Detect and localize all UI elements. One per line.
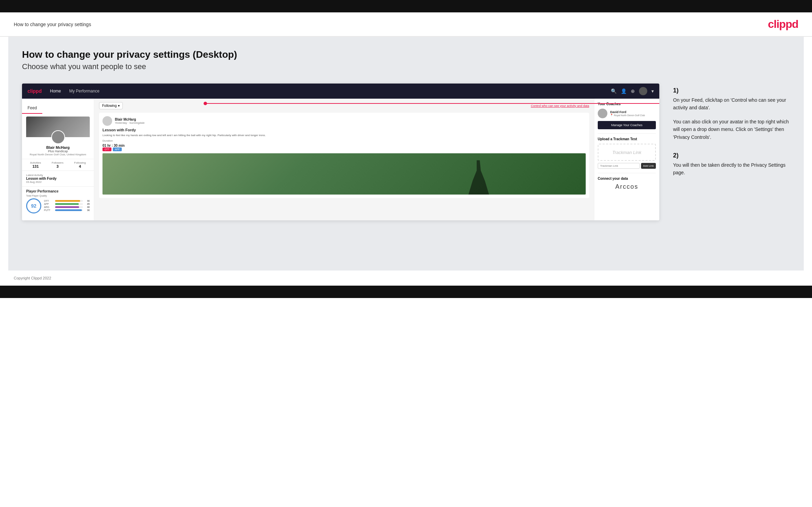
manage-coaches-button[interactable]: Manage Your Coaches xyxy=(598,121,656,129)
bar-ott-value: 90 xyxy=(84,200,90,202)
app-sidebar: Feed Blair McHarg Plus Handicap Royal No… xyxy=(22,99,94,220)
app-logo: clippd xyxy=(28,88,42,94)
person-icon[interactable]: 👤 xyxy=(621,88,627,94)
latest-activity: Latest Activity Lesson with Fordy 03 Aug… xyxy=(22,171,94,186)
content-columns: clippd Home My Performance 🔍 👤 ⊕ ▾ Feed xyxy=(22,84,790,220)
bar-putt-value: 96 xyxy=(84,209,90,211)
instructions-panel: 1) On your Feed, click/tap on 'Control w… xyxy=(673,84,790,188)
profile-name: Blair McHarg xyxy=(25,145,91,150)
latest-activity-name: Lesson with Fordy xyxy=(26,177,90,180)
bar-arg: ARG 86 xyxy=(44,206,90,208)
profile-club: Royal North Devon Golf Club, United King… xyxy=(25,153,91,156)
step-1-note: You can also click on your avatar in the… xyxy=(673,118,790,141)
coach-info: David Ford 📍 Royal North Devon Golf Club xyxy=(610,110,645,117)
bottom-bar xyxy=(0,286,812,298)
post-duration-value: 01 hr : 30 min xyxy=(102,144,586,147)
bar-app-value: 85 xyxy=(84,203,90,205)
nav-my-performance[interactable]: My Performance xyxy=(69,89,99,93)
bar-arg-fill xyxy=(55,206,79,208)
instruction-step-2: 2) You will then be taken directly to th… xyxy=(673,152,790,177)
quality-row: 92 OTT 90 xyxy=(26,198,90,213)
trackman-section-title: Upload a Trackman Test xyxy=(598,137,656,141)
stat-following-value: 4 xyxy=(74,164,86,168)
bar-arg-track xyxy=(55,206,83,208)
connect-section: Connect your data Arccos xyxy=(598,173,656,190)
post-avatar xyxy=(102,116,112,126)
coach-name: David Ford xyxy=(610,110,645,114)
top-bar xyxy=(0,0,812,12)
bar-putt-fill xyxy=(55,209,82,211)
player-performance-title: Player Performance xyxy=(26,189,90,193)
golf-silhouette xyxy=(468,160,489,195)
coaches-section: Your Coaches David Ford 📍 Royal North De… xyxy=(598,102,656,129)
quality-label: Total Player Quality xyxy=(26,195,90,197)
nav-home[interactable]: Home xyxy=(50,89,61,93)
post-tag-ott: OTT xyxy=(102,147,111,151)
post-image xyxy=(102,153,586,195)
quality-score: 92 xyxy=(26,198,41,213)
app-screenshot: clippd Home My Performance 🔍 👤 ⊕ ▾ Feed xyxy=(22,84,659,220)
step-1-text: On your Feed, click/tap on 'Control who … xyxy=(673,96,790,112)
post-duration-label: Duration xyxy=(102,139,586,142)
bar-app: APP 85 xyxy=(44,203,90,205)
control-privacy-link[interactable]: Control who can see your activity and da… xyxy=(531,104,589,108)
bar-ott: OTT 90 xyxy=(44,200,90,202)
profile-stats: Activities 131 Followers 3 Following 4 xyxy=(22,159,94,171)
location-icon[interactable]: ⊕ xyxy=(631,88,635,94)
arccos-logo: Arccos xyxy=(598,183,656,190)
stat-activities-label: Activities xyxy=(30,161,41,164)
following-chevron-icon: ▾ xyxy=(118,104,120,108)
instruction-step-1: 1) On your Feed, click/tap on 'Control w… xyxy=(673,87,790,141)
profile-avatar xyxy=(51,130,65,144)
site-header: How to change your privacy settings clip… xyxy=(0,12,812,37)
post-user-name: Blair McHarg xyxy=(115,118,144,121)
location-pin-icon: 📍 xyxy=(610,114,613,117)
feed-tab[interactable]: Feed xyxy=(22,103,42,114)
search-icon[interactable]: 🔍 xyxy=(611,88,617,94)
add-link-button[interactable]: Add Link xyxy=(641,163,656,169)
trackman-placeholder-text: Trackman Link xyxy=(612,150,641,155)
site-footer: Copyright Clippd 2022 xyxy=(0,271,812,286)
profile-avatar-wrap xyxy=(22,130,94,144)
post-header: Blair McHarg Yesterday · Sunningdale xyxy=(102,116,586,126)
copyright-text: Copyright Clippd 2022 xyxy=(14,276,51,280)
trackman-placeholder: Trackman Link xyxy=(598,144,656,161)
bar-putt-track xyxy=(55,209,83,211)
profile-info: Blair McHarg Plus Handicap Royal North D… xyxy=(22,144,94,159)
coaches-section-title: Your Coaches xyxy=(598,102,656,106)
bar-arg-label: ARG xyxy=(44,206,54,208)
stat-followers-label: Followers xyxy=(52,161,63,164)
feed-post: Blair McHarg Yesterday · Sunningdale Les… xyxy=(99,113,589,198)
user-avatar[interactable] xyxy=(639,87,647,95)
app-body: Feed Blair McHarg Plus Handicap Royal No… xyxy=(22,99,659,220)
trackman-input[interactable] xyxy=(598,163,640,169)
stat-following: Following 4 xyxy=(74,161,86,168)
bar-ott-fill xyxy=(55,200,80,202)
post-title: Lesson with Fordy xyxy=(102,128,586,132)
chevron-down-icon[interactable]: ▾ xyxy=(651,88,654,94)
page-subheading: Choose what you want people to see xyxy=(22,62,790,71)
player-performance: Player Performance Total Player Quality … xyxy=(22,186,94,216)
nav-icons: 🔍 👤 ⊕ ▾ xyxy=(611,87,654,95)
trackman-input-row: Add Link xyxy=(598,163,656,169)
stat-activities: Activities 131 xyxy=(30,161,41,168)
page-breadcrumb: How to change your privacy settings xyxy=(14,22,91,27)
coach-item: David Ford 📍 Royal North Devon Golf Club xyxy=(598,109,656,118)
following-label: Following xyxy=(102,104,117,108)
stat-following-label: Following xyxy=(74,161,86,164)
following-button[interactable]: Following ▾ xyxy=(99,102,123,109)
profile-handicap: Plus Handicap xyxy=(25,150,91,153)
feed-header: Following ▾ Control who can see your act… xyxy=(99,102,589,109)
stat-activities-value: 131 xyxy=(30,164,41,168)
app-right-panel: Your Coaches David Ford 📍 Royal North De… xyxy=(594,99,659,220)
step-2-text: You will then be taken directly to the P… xyxy=(673,161,790,177)
bar-arg-value: 86 xyxy=(84,206,90,208)
post-tag-app: APP xyxy=(113,147,122,151)
post-user-info: Blair McHarg Yesterday · Sunningdale xyxy=(115,118,144,124)
post-user-meta: Yesterday · Sunningdale xyxy=(115,121,144,124)
coach-avatar xyxy=(598,109,607,118)
trackman-section: Upload a Trackman Test Trackman Link Add… xyxy=(598,133,656,169)
page-heading: How to change your privacy settings (Des… xyxy=(22,49,790,60)
step-2-number: 2) xyxy=(673,152,790,159)
bar-ott-track xyxy=(55,200,83,202)
